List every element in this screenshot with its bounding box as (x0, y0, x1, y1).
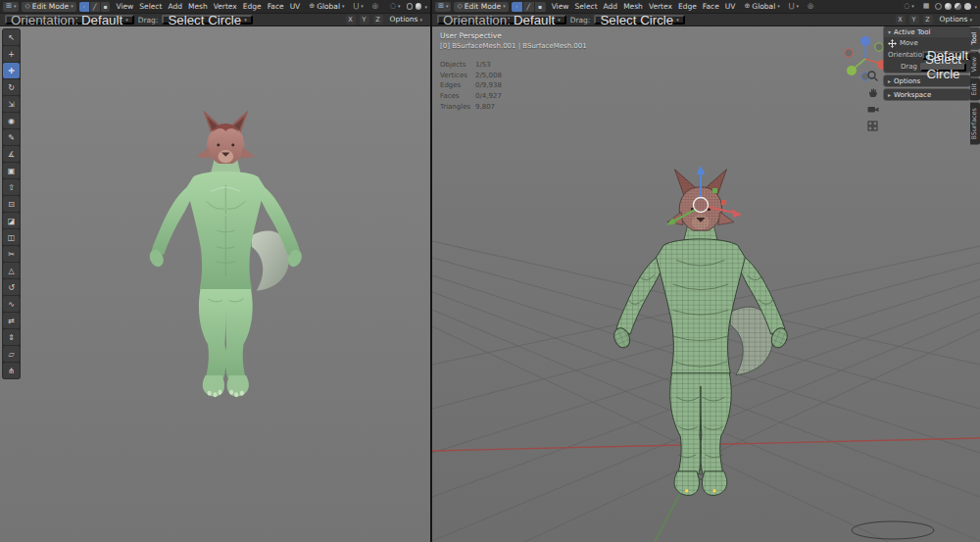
active-tool-panel-header[interactable]: ▾ Active Tool (884, 26, 970, 37)
transform-orientation-dropdown[interactable]: ⊕ Global ▾ (741, 2, 782, 12)
menu-select[interactable]: Select (571, 2, 600, 11)
menu-uv[interactable]: UV (722, 2, 739, 11)
viewport-3d-left[interactable]: ↖+✛↻⇲◉✎∡▣⇧⊡◪◫✂△↺∿⇄⇕▱⋔ (0, 26, 430, 542)
face-select-mode-button[interactable]: ▪ (535, 2, 546, 12)
tool-loop-cut[interactable]: ◫ (3, 229, 20, 245)
mirror-x-toggle[interactable]: X (896, 15, 906, 25)
tool-cursor[interactable]: + (3, 46, 20, 62)
shading-solid-button[interactable] (416, 3, 421, 10)
menu-vertex[interactable]: Vertex (211, 2, 240, 11)
select-mode-toggles: · ╱ ▪ (79, 2, 111, 12)
tool-knife[interactable]: ✂ (3, 246, 20, 262)
tool-shrink-fatten[interactable]: ⇕ (3, 329, 20, 345)
tool-scale[interactable]: ⇲ (3, 96, 20, 112)
tool-measure[interactable]: ∡ (3, 146, 20, 162)
show-gizmo-toggle[interactable]: ◌▾ (387, 2, 404, 12)
vertex-select-mode-button[interactable]: · (79, 2, 89, 12)
menu-add[interactable]: Add (165, 2, 185, 11)
editor-type-button[interactable]: ⊞▾ (3, 2, 19, 12)
edge-select-mode-button[interactable]: ╱ (523, 2, 534, 12)
tool-extrude-region[interactable]: ⇧ (3, 179, 20, 195)
shading-dropdown-icon[interactable]: ▾ (424, 4, 427, 10)
menu-uv[interactable]: UV (287, 2, 304, 11)
orientation-value: Global (752, 3, 775, 11)
tool-settings-bar-left: Orientation: Default ▾ Drag: Select Circ… (0, 13, 430, 26)
select-mode-toggles: · ╱ ▪ (512, 2, 546, 12)
tool-bevel[interactable]: ◪ (3, 213, 20, 228)
menu-edge[interactable]: Edge (240, 2, 265, 11)
options-dropdown[interactable]: Options ▾ (387, 15, 425, 25)
sidebar-tab-edit[interactable]: Edit (970, 78, 980, 101)
menu-vertex[interactable]: Vertex (646, 2, 675, 11)
character-smooth[interactable] (0, 26, 430, 542)
mirror-y-toggle[interactable]: Y (909, 15, 919, 25)
sidebar-drag-dropdown[interactable]: Select Circle (920, 63, 966, 72)
sidebar-tab-view[interactable]: View (970, 52, 980, 76)
menu-select[interactable]: Select (136, 2, 165, 11)
mirror-y-toggle[interactable]: Y (360, 15, 369, 25)
viewport-3d-right[interactable]: User Perspective [0] BSurfaceMesh.001 | … (432, 26, 980, 542)
mirror-x-toggle[interactable]: X (346, 15, 356, 25)
tool-select-tweak[interactable]: ↖ (3, 29, 20, 45)
menu-face[interactable]: Face (265, 2, 287, 11)
options-dropdown[interactable]: Options ▾ (937, 15, 975, 25)
menu-face[interactable]: Face (700, 2, 722, 11)
menu-mesh[interactable]: Mesh (620, 2, 646, 11)
mirror-z-toggle[interactable]: Z (373, 15, 383, 25)
editor-type-button[interactable]: ⊞▾ (435, 2, 451, 12)
sidebar-tabs: ToolViewEditBSurfaces (970, 27, 980, 144)
tool-orientation-dropdown[interactable]: Orientation: Default ▾ (437, 15, 566, 25)
sidebar-tab-bsurfaces[interactable]: BSurfaces (970, 103, 980, 145)
show-overlays-toggle[interactable]: ◌▾ (901, 2, 917, 12)
mode-dropdown[interactable]: ◇ Edit Mode ▾ (454, 2, 508, 12)
neg-y-axis-ball (875, 43, 883, 51)
shading-rendered-button[interactable] (964, 3, 971, 10)
tool-transform[interactable]: ◉ (3, 113, 20, 128)
camera-view-button[interactable] (866, 103, 879, 116)
panel-workspace[interactable]: ▸Workspace (884, 89, 970, 100)
tool-spin[interactable]: ↺ (3, 279, 20, 295)
sidebar-tab-tool[interactable]: Tool (970, 27, 980, 50)
snap-toggle[interactable]: ⋃▾ (786, 2, 802, 12)
tool-orientation-dropdown[interactable]: Orientation: Default ▾ (5, 15, 134, 25)
menu-add[interactable]: Add (601, 2, 621, 11)
chevron-down-icon: ▾ (419, 18, 422, 23)
shading-material-button[interactable] (955, 3, 961, 10)
tool-inset-faces[interactable]: ⊡ (3, 196, 20, 212)
face-select-mode-button[interactable]: ▪ (101, 2, 111, 12)
sidebar-region: ▾ Active Tool Move Orientation Default ▾… (884, 26, 970, 103)
shading-solid-button[interactable] (945, 3, 952, 10)
tool-add-cube[interactable]: ▣ (3, 163, 20, 178)
drag-mode-dropdown[interactable]: Select Circle ▾ (594, 15, 684, 25)
tool-annotate[interactable]: ✎ (3, 129, 20, 145)
chevron-down-icon: ▾ (398, 4, 401, 9)
edge-select-mode-button[interactable]: ╱ (90, 2, 100, 12)
tool-rip-region[interactable]: ⋔ (3, 363, 20, 378)
tool-rotate[interactable]: ↻ (3, 79, 20, 95)
mirror-z-toggle[interactable]: Z (923, 15, 933, 25)
menu-view[interactable]: View (549, 2, 572, 11)
shading-wireframe-button[interactable] (935, 3, 942, 10)
tool-smooth[interactable]: ∿ (3, 296, 20, 312)
menu-mesh[interactable]: Mesh (185, 2, 211, 11)
pan-hand-button[interactable] (866, 86, 879, 99)
zoom-button[interactable] (866, 70, 879, 82)
ortho-toggle-button[interactable] (866, 120, 879, 132)
panel-title: Active Tool (894, 28, 930, 36)
transform-orientation-dropdown[interactable]: ⊕ Global ▾ (306, 2, 347, 12)
xray-toggle[interactable]: ▦ (920, 2, 933, 12)
mode-dropdown[interactable]: ◇ Edit Mode ▾ (22, 2, 75, 12)
snap-toggle[interactable]: ⋃▾ (351, 2, 367, 12)
proportional-editing-toggle[interactable]: ◎ (805, 2, 816, 12)
tool-poly-build[interactable]: △ (3, 263, 20, 278)
menu-edge[interactable]: Edge (675, 2, 700, 11)
tool-edge-slide[interactable]: ⇄ (3, 313, 20, 328)
menu-view[interactable]: View (113, 2, 136, 11)
tool-shear[interactable]: ▱ (3, 346, 20, 362)
tool-move[interactable]: ✛ (3, 63, 20, 78)
proportional-editing-toggle[interactable]: ◎ (369, 2, 381, 12)
vertex-select-mode-button[interactable]: · (512, 2, 522, 12)
shading-dropdown-icon[interactable]: ▾ (974, 4, 977, 10)
drag-mode-dropdown[interactable]: Select Circle ▾ (162, 15, 252, 25)
shading-wireframe-button[interactable] (407, 3, 414, 10)
